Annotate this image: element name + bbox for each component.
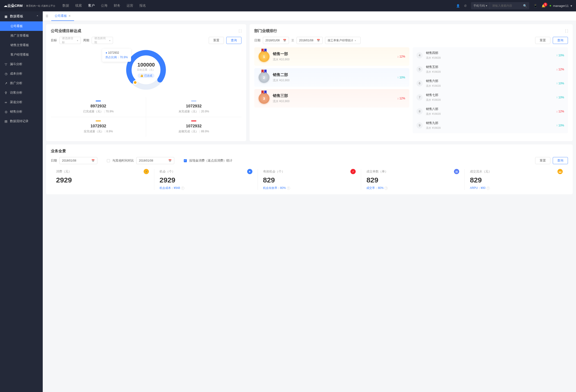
rank-top-item[interactable]: 2销售二部流水 ¥10,90010% — [254, 68, 409, 87]
rank-top-item[interactable]: 3销售三部流水 ¥10,90012% — [254, 89, 409, 108]
stat-option-checkbox[interactable] — [184, 159, 187, 162]
goal-title: 公司业绩目标达成 — [51, 29, 81, 33]
ranking-top3: 1销售一部流水 ¥10,90012%2销售二部流水 ¥10,90010%3销售三… — [254, 47, 409, 133]
mobile-icon[interactable]: 📱 — [534, 4, 537, 8]
date-from-input[interactable]: 2018/01/08📅 — [263, 37, 289, 44]
reset-button[interactable]: 重置 — [535, 157, 550, 164]
topnav-item[interactable]: 线索 — [75, 3, 82, 8]
main-content: ☰ 公司看板 ✕ 公司业绩目标达成 ⛶ 目标 请选择目标 周期 — [43, 11, 576, 392]
status-dot-icon — [550, 5, 551, 6]
overview-title: 业务全景 — [51, 149, 568, 154]
topnav-item[interactable]: 公海 — [101, 3, 108, 8]
expand-icon[interactable]: ⛶ — [239, 30, 241, 33]
sidebar-group-dashboard[interactable]: ▦ 数据看板 ⌃ — [0, 11, 43, 21]
target-select[interactable]: 请选择目标 — [59, 37, 81, 44]
sidebar-item[interactable]: ▤数据流转记录 — [0, 117, 43, 126]
compare-date-input[interactable]: 2018/01/08📅 — [136, 157, 174, 164]
phone-icon[interactable]: ✆ — [464, 4, 467, 8]
kpi-item: 成交单数（单）▤829成交率：80% ? — [361, 169, 465, 190]
header-tools: 👤 ✆ 手机号码 ▾ 🔍 📱 🔔5 manager11 ▾ — [456, 2, 572, 9]
calendar-icon: 📅 — [283, 39, 286, 42]
topnav-item[interactable]: 运营 — [127, 3, 133, 8]
rank-row[interactable]: 7销售七部流水 ¥1902010% — [413, 90, 568, 104]
stat-option-label: 按现金消费（返点后消费）统计 — [189, 158, 232, 163]
period-select[interactable]: 请选择周期 — [92, 37, 113, 44]
rank-number: 8 — [416, 108, 423, 115]
goal-stat: 8972932已完成量（元）|70.9% — [51, 97, 146, 117]
tab-company-board[interactable]: 公司看板 ✕ — [51, 11, 74, 21]
help-icon[interactable]: ? — [487, 186, 490, 190]
query-button[interactable]: 查询 — [553, 157, 568, 164]
collapse-sidebar-icon[interactable]: ☰ — [46, 14, 48, 18]
sidebar-item[interactable]: ▽漏斗分析 — [0, 60, 43, 69]
rank-row[interactable]: 5销售五部流水 ¥1902012% — [413, 62, 568, 76]
rank-top-item[interactable]: 1销售一部流水 ¥10,90012% — [254, 47, 409, 66]
date-to-input[interactable]: 2018/01/08📅 — [296, 37, 323, 44]
query-button[interactable]: 查询 — [553, 37, 568, 44]
help-icon[interactable]: ? — [287, 186, 290, 190]
rank-row[interactable]: 6销售六部流水 ¥1902010% — [413, 76, 568, 90]
user-icon[interactable]: 👤 — [456, 4, 460, 8]
calendar-icon: 📅 — [317, 39, 320, 42]
sidebar: ▦ 数据看板 ⌃ 公司看板推广主管看板销售主管看板客户经理看板 ▽漏斗分析◷成本… — [0, 11, 43, 392]
sidebar-item[interactable]: ◎销售分析 — [0, 107, 43, 117]
goal-stat: 1072932超额完成（元）|89.9% — [146, 117, 241, 137]
topnav-item[interactable]: 财务 — [114, 3, 120, 8]
goal-card: 公司业绩目标达成 ⛶ 目标 请选择目标 周期 请选择周期 重置 查询 — [46, 24, 246, 141]
chart-tooltip: 1072932 所占比例：70.9% — [102, 49, 131, 62]
calendar-icon: 📅 — [91, 159, 95, 162]
sidebar-item[interactable]: ↗推广分析 — [0, 78, 43, 88]
sidebar-item[interactable]: ◷成本分析 — [0, 69, 43, 78]
goal-stat: 1072932应完成量（元）|8.9% — [51, 117, 146, 137]
topnav-item[interactable]: 报名 — [139, 3, 146, 8]
expand-icon[interactable]: ⛶ — [565, 30, 568, 33]
kpi-icon: ▬ — [557, 169, 563, 174]
rank-number: 5 — [416, 66, 423, 72]
sidebar-item[interactable]: 公司看板 — [0, 21, 43, 31]
reset-button[interactable]: 重置 — [535, 37, 550, 44]
logo-mark: ☁云朵CRM — [4, 3, 23, 8]
rank-row[interactable]: 4销售四部流水 ¥1902010% — [413, 48, 568, 62]
goal-status-tag: 👍 已达成 — [138, 73, 155, 78]
compare-label: 与其他时间对比 — [112, 158, 134, 163]
query-button[interactable]: 查询 — [226, 37, 241, 44]
date-to-label: 至 — [291, 38, 294, 43]
sidebar-item[interactable]: ⚲访客分析 — [0, 88, 43, 97]
overview-date-input[interactable]: 2018/01/08📅 — [59, 157, 97, 164]
search-input[interactable] — [490, 4, 521, 7]
rank-number: 6 — [416, 80, 423, 87]
sidebar-icon: ∞ — [4, 100, 8, 104]
kpi-icon: 💰 — [144, 169, 149, 174]
help-icon[interactable]: ? — [384, 186, 388, 190]
rank-row[interactable]: 8销售八部流水 ¥1902012% — [413, 104, 568, 118]
sidebar-item[interactable]: 推广主管看板 — [0, 31, 43, 40]
dashboard-icon: ▦ — [4, 15, 8, 18]
rank-row[interactable]: 9销售九部流水 ¥1902010% — [413, 118, 568, 132]
kpi-row: 消费（元）💰2929机会（个）➤2929机会成本：¥948 ?有效机会（个）✓8… — [51, 169, 568, 190]
reset-button[interactable]: 重置 — [209, 37, 224, 44]
compare-checkbox[interactable] — [107, 159, 110, 162]
svg-point-2 — [133, 81, 137, 84]
search-icon[interactable]: 🔍 — [521, 4, 529, 8]
sidebar-item[interactable]: ∞渠道分析 — [0, 97, 43, 107]
kpi-item: 消费（元）💰2929 — [51, 169, 154, 190]
rank-number: 9 — [416, 122, 423, 128]
stat-by-select[interactable]: 按工单客户经理统计 — [325, 37, 361, 44]
kpi-item: 成交流水（元）▬829ARPU：¥80 ? — [465, 169, 568, 190]
sidebar-item[interactable]: 客户经理看板 — [0, 50, 43, 60]
user-menu[interactable]: manager11 ▾ — [550, 4, 572, 8]
sidebar-icon: ▽ — [4, 62, 8, 66]
topnav-item[interactable]: 数据 — [62, 3, 69, 8]
sidebar-icon: ⚲ — [4, 91, 8, 94]
help-icon[interactable]: ? — [181, 186, 184, 190]
close-icon[interactable]: ✕ — [68, 14, 71, 18]
target-label: 目标 — [51, 38, 57, 43]
date-label: 日期 — [51, 158, 57, 163]
notification-icon[interactable]: 🔔5 — [542, 4, 545, 8]
tab-bar: ☰ 公司看板 ✕ — [43, 11, 576, 21]
search-type-select[interactable]: 手机号码 ▾ — [471, 2, 490, 9]
period-label: 周期 — [83, 38, 89, 43]
logo: ☁云朵CRM 教育机构一站 式服务云平台 — [4, 3, 55, 8]
topnav-item[interactable]: 客户 — [88, 3, 95, 8]
sidebar-item[interactable]: 销售主管看板 — [0, 40, 43, 50]
